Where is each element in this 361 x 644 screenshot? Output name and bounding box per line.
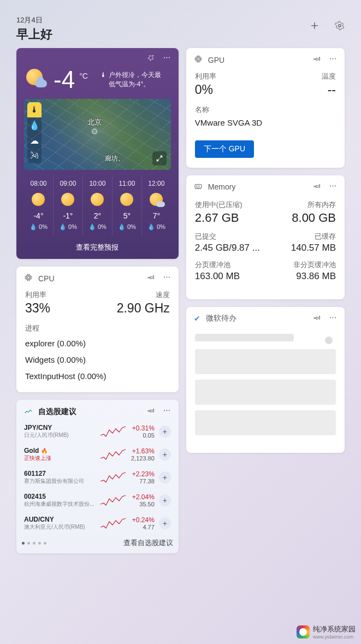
svg-point-2 — [339, 25, 341, 27]
add-stock-button[interactable]: + — [159, 426, 171, 438]
svg-point-17 — [166, 277, 167, 278]
more-icon[interactable] — [329, 182, 337, 192]
add-widget-icon[interactable] — [310, 21, 319, 33]
settings-icon[interactable] — [335, 21, 345, 33]
memory-widget: Memory 使用中(已压缩)所有内存 2.67 GB8.00 GB 已提交已缓… — [186, 175, 345, 299]
pin-icon[interactable] — [313, 55, 321, 65]
mem-nonpaged: 93.86 MB — [296, 271, 336, 282]
pin-icon[interactable] — [147, 273, 155, 283]
gpu-temp: -- — [328, 82, 336, 97]
add-stock-button[interactable]: + — [159, 448, 171, 460]
todo-placeholder-line — [195, 334, 294, 341]
todo-placeholder-circle — [325, 336, 333, 344]
more-icon[interactable] — [163, 54, 171, 64]
watermark-logo-icon — [297, 625, 310, 639]
svg-point-5 — [169, 57, 170, 58]
svg-point-32 — [330, 58, 331, 60]
sparkline-icon — [99, 470, 127, 485]
svg-point-44 — [333, 185, 334, 186]
svg-rect-22 — [196, 57, 200, 61]
check-icon: ✔ — [194, 314, 200, 323]
svg-rect-6 — [26, 275, 31, 280]
stock-row[interactable]: AUD/CNY 澳大利亚元/人民币(RMB) +0.24% 4.77 + — [21, 512, 174, 535]
svg-point-43 — [330, 185, 331, 186]
svg-point-48 — [335, 317, 336, 318]
map-layer-temp-icon[interactable]: 🌡 — [27, 102, 42, 117]
svg-point-34 — [335, 58, 336, 60]
forecast-weather-icon — [150, 193, 163, 206]
weather-condition-icon — [25, 68, 49, 92]
thermometer-icon: 🌡 — [100, 70, 106, 80]
pin-icon[interactable] — [313, 314, 321, 324]
map-layer-cloud-icon[interactable]: ☁ — [27, 133, 42, 148]
forecast-hour[interactable]: 10:00 2° 💧 0% — [82, 175, 112, 236]
watermark: 纯净系统家园 www.yidaimei.com — [297, 624, 356, 640]
current-temp: -4 — [54, 66, 75, 93]
add-stock-button[interactable]: + — [159, 494, 171, 506]
gpu-name: VMware SVGA 3D — [186, 115, 345, 137]
gpu-widget: GPU 利用率温度 0%-- 名称 VMware SVGA 3D 下一个 GPU — [186, 48, 345, 168]
more-icon[interactable] — [163, 273, 171, 283]
more-icon[interactable] — [163, 406, 171, 417]
full-forecast-link[interactable]: 查看完整预报 — [16, 236, 179, 259]
sparkline-icon — [99, 516, 127, 530]
stocks-title: 自选股建议 — [38, 407, 76, 417]
cpu-process-row: explorer (0.00%) — [25, 335, 170, 352]
svg-rect-7 — [27, 276, 29, 279]
add-stock-button[interactable]: + — [159, 471, 171, 483]
svg-point-18 — [169, 277, 170, 278]
pin-icon[interactable] — [313, 182, 321, 192]
memory-title: Memory — [208, 182, 236, 191]
svg-point-45 — [335, 185, 336, 186]
weather-description: 🌡 户外很冷，今天最低气温为-4°。 — [100, 70, 161, 89]
chip-icon — [194, 55, 203, 65]
pin-icon[interactable] — [147, 54, 155, 64]
header-date: 12月4日 — [16, 15, 52, 25]
forecast-weather-icon — [32, 193, 45, 206]
gpu-util: 0% — [195, 82, 213, 97]
map-city-beijing: 北京 — [87, 117, 102, 134]
todo-placeholder-block — [195, 410, 336, 435]
pin-icon[interactable] — [147, 406, 155, 417]
forecast-hour[interactable]: 11:00 5° 💧 0% — [112, 175, 141, 236]
svg-rect-35 — [195, 184, 202, 188]
forecast-hour[interactable]: 08:00 -4° 💧 0% — [24, 175, 53, 236]
stock-row[interactable]: 601127 赛力斯集团股份有限公司 +2.23% 77.38 + — [21, 466, 174, 489]
svg-point-16 — [164, 277, 165, 278]
mem-used: 2.67 GB — [195, 211, 239, 225]
expand-icon[interactable] — [152, 151, 167, 166]
mem-commit: 2.45 GB/9.87 ... — [195, 243, 260, 253]
svg-point-3 — [164, 57, 165, 58]
add-stock-button[interactable]: + — [159, 517, 171, 529]
svg-point-33 — [333, 58, 334, 60]
cpu-util: 33% — [25, 301, 50, 316]
pagination-dots[interactable] — [22, 542, 46, 545]
svg-point-47 — [333, 317, 334, 318]
more-icon[interactable] — [329, 55, 337, 65]
map-layer-rain-icon[interactable]: 💧 — [27, 117, 42, 133]
memory-icon — [194, 182, 203, 192]
cpu-speed: 2.90 GHz — [117, 301, 170, 316]
mem-paged: 163.00 MB — [195, 271, 240, 282]
sparkline-icon — [99, 493, 127, 507]
stock-row[interactable]: 002415 杭州海康威视数字技术股份... +2.04% 35.50 + — [21, 489, 174, 512]
cpu-title: CPU — [38, 274, 55, 283]
stocks-icon — [24, 407, 33, 416]
cpu-widget: CPU 利用率速度 33%2.90 GHz 进程 explorer (0.00%… — [16, 267, 179, 392]
svg-point-46 — [330, 317, 331, 318]
weather-map[interactable]: 北京 廊坊。 🌡 💧 ☁ 🌬 — [24, 99, 171, 170]
next-gpu-button[interactable]: 下一个 GPU — [195, 140, 254, 158]
svg-point-20 — [166, 410, 167, 411]
forecast-hour[interactable]: 12:00 7° 💧 0% — [141, 175, 171, 236]
more-icon[interactable] — [329, 314, 337, 324]
sparkline-icon — [99, 447, 127, 462]
forecast-hour[interactable]: 09:00 -1° 💧 0% — [53, 175, 82, 236]
stock-row[interactable]: Gold 🔥 正快速上涨 +1.63% 2,123.80 + — [21, 443, 174, 466]
chip-icon — [24, 273, 33, 283]
map-layer-wind-icon[interactable]: 🌬 — [27, 148, 42, 163]
svg-point-4 — [166, 57, 167, 58]
view-stocks-link[interactable]: 查看自选股建议 — [123, 538, 173, 548]
weather-widget: -4 °C 🌡 户外很冷，今天最低气温为-4°。 北京 廊坊。 🌡 💧 ☁ 🌬 — [16, 48, 179, 259]
gpu-title: GPU — [208, 56, 224, 64]
stock-row[interactable]: JPY/CNY 日元/人民币(RMB) +0.31% 0.05 + — [21, 420, 174, 443]
